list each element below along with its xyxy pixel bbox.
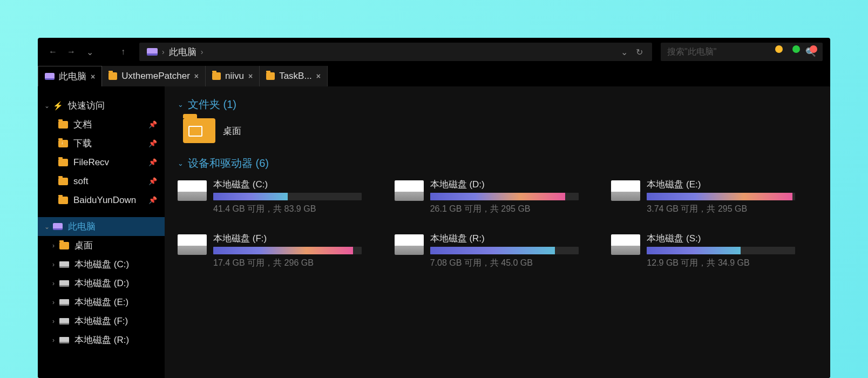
- sidebar-item-label: 本地磁盘 (D:): [74, 277, 129, 289]
- sidebar-item-filerecv[interactable]: FileRecv 📌: [38, 153, 165, 172]
- address-dropdown[interactable]: ⌄: [616, 44, 632, 59]
- tab-label: niivu: [225, 71, 244, 82]
- tab-label: 此电脑: [59, 70, 86, 83]
- sidebar-item-label: 本地磁盘 (F:): [74, 315, 128, 327]
- drive-info: 本地磁盘 (C:)41.4 GB 可用，共 83.9 GB: [213, 178, 384, 215]
- tab-uxthemepatcher[interactable]: UxthemePatcher ×: [102, 66, 206, 86]
- drive-stat: 3.74 GB 可用，共 295 GB: [647, 204, 817, 215]
- breadcrumb-root[interactable]: 此电脑: [169, 46, 196, 58]
- minimize-button[interactable]: [775, 45, 783, 53]
- drive-usage-bar: [647, 193, 795, 200]
- drive-info: 本地磁盘 (R:)7.08 GB 可用，共 45.0 GB: [430, 232, 601, 269]
- window-controls: [775, 45, 817, 53]
- up-button[interactable]: ↑: [116, 44, 131, 59]
- chevron-right-icon: ›: [49, 261, 58, 268]
- drive-icon: [59, 318, 69, 325]
- group-title: 文件夹 (1): [188, 97, 236, 112]
- drive-icon: [395, 234, 424, 255]
- drive-item[interactable]: 本地磁盘 (D:)26.1 GB 可用，共 295 GB: [395, 178, 601, 215]
- close-button[interactable]: [810, 45, 817, 53]
- address-bar[interactable]: › 此电脑 › ⌄ ↻: [139, 43, 652, 61]
- sidebar-item-label: 本地磁盘 (E:): [74, 296, 128, 308]
- sidebar-item-label: 本地磁盘 (C:): [74, 258, 129, 271]
- forward-button[interactable]: →: [64, 44, 79, 59]
- chevron-right-icon: ›: [49, 242, 58, 249]
- sidebar-item-drive-c[interactable]: › 本地磁盘 (C:): [38, 255, 165, 274]
- tab-close-icon[interactable]: ×: [316, 72, 321, 80]
- tab-taskb[interactable]: TaskB... ×: [260, 66, 328, 86]
- drive-usage-fill: [647, 247, 740, 254]
- tab-bar: 此电脑 × UxthemePatcher × niivu × TaskB... …: [38, 66, 830, 86]
- drive-usage-bar: [213, 247, 362, 254]
- tab-close-icon[interactable]: ×: [248, 72, 253, 80]
- tab-label: UxthemePatcher: [121, 71, 190, 82]
- tab-close-icon[interactable]: ×: [194, 72, 199, 80]
- sidebar-item-drive-d[interactable]: › 本地磁盘 (D:): [38, 274, 165, 293]
- search-placeholder: 搜索"此电脑": [667, 46, 716, 58]
- folder-item-desktop[interactable]: 桌面: [183, 118, 812, 143]
- refresh-button[interactable]: ↻: [632, 44, 647, 59]
- maximize-button[interactable]: [792, 45, 800, 53]
- tab-niivu[interactable]: niivu ×: [206, 66, 260, 86]
- lightning-icon: ⚡: [52, 101, 64, 111]
- sidebar-item-label: soft: [73, 176, 88, 187]
- sidebar-item-drive-e[interactable]: › 本地磁盘 (E:): [38, 293, 165, 312]
- drive-usage-bar: [430, 193, 579, 200]
- drive-item[interactable]: 本地磁盘 (E:)3.74 GB 可用，共 295 GB: [611, 178, 817, 215]
- tab-close-icon[interactable]: ×: [91, 72, 95, 81]
- chevron-down-icon: ⌄: [42, 102, 52, 110]
- drive-usage-bar: [213, 193, 362, 200]
- explorer-window: ← → ⌄ ↑ › 此电脑 › ⌄ ↻ 搜索"此电脑" 🔍 此电脑 × Uxth…: [38, 38, 830, 378]
- drive-item[interactable]: 本地磁盘 (C:)41.4 GB 可用，共 83.9 GB: [178, 178, 384, 215]
- drive-item[interactable]: 本地磁盘 (F:)17.4 GB 可用，共 296 GB: [178, 232, 384, 269]
- sidebar-this-pc[interactable]: ⌄ 此电脑: [38, 217, 165, 236]
- sidebar-item-label: 快速访问: [68, 99, 105, 112]
- folder-label: 桌面: [223, 125, 241, 137]
- sidebar-item-drive-r[interactable]: › 本地磁盘 (R:): [38, 330, 165, 349]
- tab-this-pc[interactable]: 此电脑 ×: [38, 66, 102, 86]
- drive-usage-fill: [647, 193, 792, 200]
- chevron-right-icon: ›: [49, 299, 58, 306]
- sidebar-item-drive-f[interactable]: › 本地磁盘 (F:): [38, 312, 165, 330]
- drive-icon: [395, 180, 424, 201]
- drive-stat: 41.4 GB 可用，共 83.9 GB: [213, 204, 384, 215]
- drive-icon: [178, 234, 207, 255]
- drive-item[interactable]: 本地磁盘 (R:)7.08 GB 可用，共 45.0 GB: [395, 232, 601, 269]
- drive-stat: 7.08 GB 可用，共 45.0 GB: [430, 258, 601, 269]
- group-title: 设备和驱动器 (6): [188, 156, 269, 171]
- sidebar-item-documents[interactable]: 文档 📌: [38, 115, 165, 134]
- drive-item[interactable]: 本地磁盘 (S:)12.9 GB 可用，共 34.9 GB: [611, 232, 817, 269]
- sidebar-quick-access[interactable]: ⌄ ⚡ 快速访问: [38, 96, 165, 115]
- main-content: ⌄ 文件夹 (1) 桌面 ⌄ 设备和驱动器 (6) 本地磁盘 (C:)41.4 …: [165, 86, 830, 378]
- drive-usage-fill: [213, 193, 288, 200]
- drive-stat: 12.9 GB 可用，共 34.9 GB: [647, 258, 817, 269]
- sidebar-item-desktop[interactable]: › 桌面: [38, 236, 165, 255]
- drive-usage-bar: [647, 247, 795, 254]
- folder-icon: [59, 242, 69, 249]
- drive-icon: [59, 261, 69, 268]
- pc-icon: [147, 48, 158, 56]
- drive-stat: 17.4 GB 可用，共 296 GB: [213, 258, 384, 269]
- drive-icon: [611, 234, 640, 255]
- drive-usage-bar: [430, 247, 579, 254]
- sidebar-item-soft[interactable]: soft 📌: [38, 172, 165, 191]
- drive-name: 本地磁盘 (F:): [213, 232, 384, 245]
- drive-stat: 26.1 GB 可用，共 295 GB: [430, 204, 601, 215]
- drive-icon: [59, 280, 69, 287]
- group-header-drives[interactable]: ⌄ 设备和驱动器 (6): [178, 156, 817, 171]
- drive-icon: [59, 299, 69, 306]
- chevron-down-icon: ⌄: [178, 159, 184, 167]
- folder-icon: [212, 72, 221, 80]
- recent-dropdown[interactable]: ⌄: [82, 44, 97, 59]
- drive-usage-fill: [213, 247, 353, 254]
- group-header-folders[interactable]: ⌄ 文件夹 (1): [178, 97, 817, 112]
- sidebar-item-downloads[interactable]: 下载 📌: [38, 134, 165, 153]
- drive-name: 本地磁盘 (R:): [430, 232, 601, 245]
- sidebar-item-baiduyundown[interactable]: BaiduYunDown 📌: [38, 191, 165, 210]
- back-button[interactable]: ←: [45, 44, 60, 59]
- folder-icon: [266, 72, 275, 80]
- pin-icon: 📌: [148, 158, 157, 166]
- chevron-down-icon: ⌄: [178, 100, 184, 109]
- pin-icon: 📌: [148, 120, 157, 129]
- folder-icon: [109, 72, 117, 80]
